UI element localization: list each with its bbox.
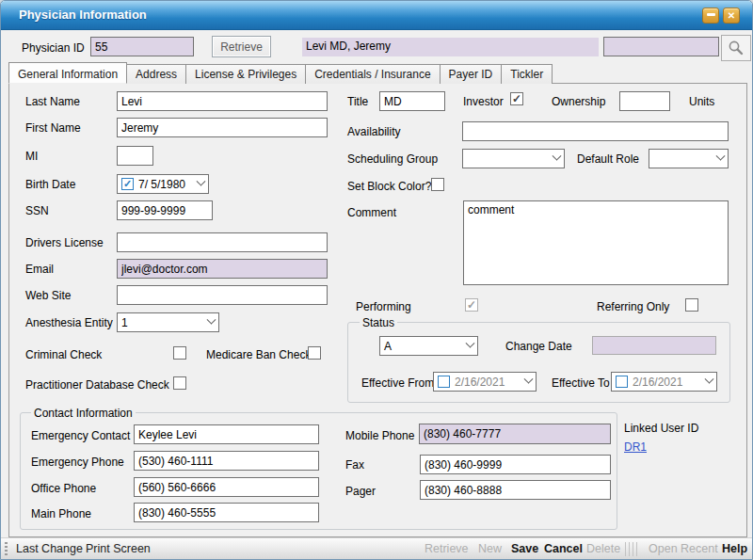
change-date-input[interactable] <box>592 336 716 355</box>
effective-to-checkbox[interactable] <box>616 376 628 388</box>
birth-date-picker[interactable]: ✓ 7/ 5/1980 <box>117 174 209 194</box>
tab-credentials-insurance[interactable]: Credentials / Insurance <box>305 64 440 84</box>
scheduling-group-select[interactable] <box>462 149 565 168</box>
tab-general-information[interactable]: General Information <box>8 62 127 84</box>
practitioner-database-check-label: Practitioner Database Check <box>25 378 169 392</box>
practitioner-database-check-checkbox[interactable] <box>173 376 186 390</box>
emergency-contact-input[interactable] <box>134 424 319 444</box>
title-input[interactable] <box>379 91 445 111</box>
retrieve-menu-item[interactable]: Retrieve <box>425 542 469 555</box>
criminal-check-checkbox[interactable] <box>173 346 186 360</box>
comment-label: Comment <box>347 206 396 219</box>
minimize-button[interactable] <box>702 8 719 24</box>
chevron-down-icon[interactable] <box>466 339 475 348</box>
search-input[interactable] <box>603 37 719 56</box>
emergency-phone-input[interactable] <box>134 451 319 471</box>
tab-strip: General Information Address License & Pr… <box>8 62 552 84</box>
set-block-color-checkbox[interactable] <box>431 178 444 191</box>
ownership-label: Ownership <box>552 95 605 108</box>
effective-to-picker[interactable]: 2/16/2021 <box>611 372 717 392</box>
first-name-input[interactable] <box>117 118 328 137</box>
drivers-license-input[interactable] <box>117 232 328 252</box>
ownership-input[interactable] <box>619 91 670 111</box>
anesthesia-entity-select[interactable]: 1 <box>117 312 219 332</box>
effective-from-checkbox[interactable] <box>438 376 450 388</box>
title-label: Title <box>347 95 368 108</box>
linked-user-id-link[interactable]: DR1 <box>624 440 647 454</box>
effective-from-label: Effective From <box>361 376 434 390</box>
comment-textarea[interactable]: comment <box>463 200 729 285</box>
chevron-down-icon[interactable] <box>716 152 726 161</box>
web-site-label: Web Site <box>25 289 71 302</box>
last-name-input[interactable] <box>117 91 328 111</box>
new-menu-item[interactable]: New <box>478 542 502 555</box>
drivers-license-label: Drivers License <box>25 236 104 249</box>
status-group-label: Status <box>360 316 397 329</box>
birth-date-checkbox[interactable]: ✓ <box>121 178 134 190</box>
print-screen-menu-item[interactable]: Print Screen <box>86 542 151 555</box>
toolbar-separator <box>625 542 638 556</box>
chevron-down-icon[interactable] <box>207 315 216 325</box>
save-menu-item[interactable]: Save <box>511 542 538 555</box>
ssn-input[interactable] <box>117 200 213 220</box>
email-label: Email <box>25 263 54 276</box>
retrieve-button[interactable]: Retrieve <box>212 36 271 57</box>
pager-input[interactable] <box>420 480 611 500</box>
contact-information-group-label: Contact Information <box>31 407 136 420</box>
performing-checkbox[interactable]: ✓ <box>465 298 478 312</box>
last-change-menu-item[interactable]: Last Change <box>16 542 83 555</box>
mi-input[interactable] <box>117 146 153 166</box>
tab-payer-id[interactable]: Payer ID <box>440 64 503 84</box>
medicare-ban-check-checkbox[interactable] <box>308 346 321 360</box>
set-block-color-label: Set Block Color? <box>347 180 431 193</box>
performing-label: Performing <box>356 300 411 313</box>
physician-information-window: Physician Information ✕ Physician ID Ret… <box>0 0 753 560</box>
window-title: Physician Information <box>19 8 147 22</box>
tab-tickler[interactable]: Tickler <box>501 64 553 84</box>
delete-menu-item[interactable]: Delete <box>586 542 620 555</box>
minimize-icon <box>707 13 715 16</box>
criminal-check-label: Criminal Check <box>25 348 102 361</box>
medicare-ban-check-label: Medicare Ban Check <box>206 348 311 361</box>
status-select[interactable]: A <box>379 336 478 356</box>
effective-from-picker[interactable]: 2/16/2021 <box>433 372 537 392</box>
cancel-menu-item[interactable]: Cancel <box>544 542 583 555</box>
open-recent-menu-item[interactable]: Open Recent <box>649 542 718 555</box>
fax-input[interactable] <box>420 455 611 474</box>
main-phone-input[interactable] <box>134 503 319 522</box>
fax-label: Fax <box>345 458 364 472</box>
titlebar[interactable]: Physician Information ✕ <box>1 1 752 30</box>
web-site-input[interactable] <box>117 285 328 305</box>
email-input[interactable] <box>117 259 328 279</box>
linked-user-id-label: Linked User ID <box>624 422 698 435</box>
office-phone-label: Office Phone <box>31 482 96 495</box>
effective-to-value: 2/16/2021 <box>633 376 682 389</box>
mobile-phone-input[interactable] <box>419 424 611 444</box>
availability-label: Availability <box>347 125 400 138</box>
ssn-label: SSN <box>25 204 49 217</box>
availability-input[interactable] <box>462 121 729 141</box>
chevron-down-icon[interactable] <box>705 375 714 384</box>
referring-only-checkbox[interactable] <box>685 298 698 312</box>
chevron-down-icon[interactable] <box>197 177 206 186</box>
tab-address[interactable]: Address <box>126 64 186 84</box>
close-icon: ✕ <box>728 10 735 21</box>
office-phone-input[interactable] <box>134 477 319 497</box>
tab-license-privileges[interactable]: License & Privileges <box>185 64 306 84</box>
search-icon <box>728 40 745 56</box>
main-phone-label: Main Phone <box>31 507 91 520</box>
birth-date-label: Birth Date <box>25 178 75 191</box>
help-menu-item[interactable]: Help <box>722 542 747 555</box>
default-role-select[interactable] <box>649 149 729 168</box>
effective-to-label: Effective To <box>552 376 610 390</box>
search-button[interactable] <box>721 35 751 61</box>
anesthesia-entity-value: 1 <box>121 316 128 329</box>
referring-only-label: Referring Only <box>597 300 669 313</box>
chevron-down-icon[interactable] <box>553 152 562 161</box>
chevron-down-icon[interactable] <box>524 375 534 384</box>
investor-checkbox[interactable]: ✓ <box>510 92 523 105</box>
physician-id-input[interactable] <box>90 37 194 56</box>
close-button[interactable]: ✕ <box>723 8 740 24</box>
pager-label: Pager <box>345 485 376 498</box>
first-name-label: First Name <box>25 121 81 135</box>
